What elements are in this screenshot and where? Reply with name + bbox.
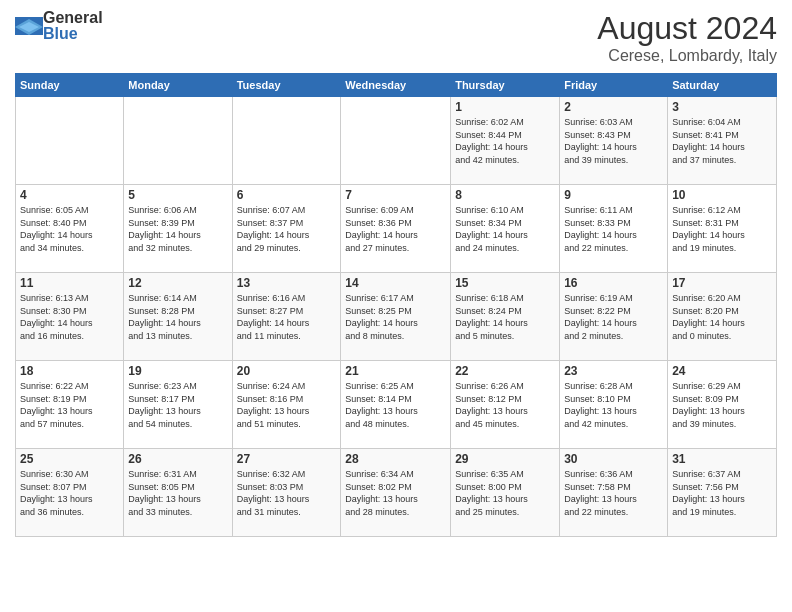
day-info: Sunrise: 6:16 AM Sunset: 8:27 PM Dayligh… xyxy=(237,292,337,342)
calendar-cell: 11Sunrise: 6:13 AM Sunset: 8:30 PM Dayli… xyxy=(16,273,124,361)
day-number: 22 xyxy=(455,364,555,378)
calendar-cell xyxy=(341,97,451,185)
day-number: 18 xyxy=(20,364,119,378)
day-number: 20 xyxy=(237,364,337,378)
calendar-cell: 18Sunrise: 6:22 AM Sunset: 8:19 PM Dayli… xyxy=(16,361,124,449)
day-info: Sunrise: 6:11 AM Sunset: 8:33 PM Dayligh… xyxy=(564,204,663,254)
day-number: 5 xyxy=(128,188,227,202)
day-info: Sunrise: 6:29 AM Sunset: 8:09 PM Dayligh… xyxy=(672,380,772,430)
calendar-cell: 10Sunrise: 6:12 AM Sunset: 8:31 PM Dayli… xyxy=(668,185,777,273)
day-info: Sunrise: 6:07 AM Sunset: 8:37 PM Dayligh… xyxy=(237,204,337,254)
day-number: 17 xyxy=(672,276,772,290)
header-row: Sunday Monday Tuesday Wednesday Thursday… xyxy=(16,74,777,97)
calendar-cell: 8Sunrise: 6:10 AM Sunset: 8:34 PM Daylig… xyxy=(451,185,560,273)
day-number: 21 xyxy=(345,364,446,378)
day-info: Sunrise: 6:10 AM Sunset: 8:34 PM Dayligh… xyxy=(455,204,555,254)
calendar-header: Sunday Monday Tuesday Wednesday Thursday… xyxy=(16,74,777,97)
day-info: Sunrise: 6:28 AM Sunset: 8:10 PM Dayligh… xyxy=(564,380,663,430)
calendar-cell: 28Sunrise: 6:34 AM Sunset: 8:02 PM Dayli… xyxy=(341,449,451,537)
calendar-cell: 26Sunrise: 6:31 AM Sunset: 8:05 PM Dayli… xyxy=(124,449,232,537)
day-number: 4 xyxy=(20,188,119,202)
logo-general-text: General xyxy=(43,10,103,26)
page: General Blue August 2024 Cerese, Lombard… xyxy=(0,0,792,612)
day-number: 10 xyxy=(672,188,772,202)
day-info: Sunrise: 6:26 AM Sunset: 8:12 PM Dayligh… xyxy=(455,380,555,430)
col-sunday: Sunday xyxy=(16,74,124,97)
calendar-cell: 3Sunrise: 6:04 AM Sunset: 8:41 PM Daylig… xyxy=(668,97,777,185)
day-info: Sunrise: 6:23 AM Sunset: 8:17 PM Dayligh… xyxy=(128,380,227,430)
calendar-body: 1Sunrise: 6:02 AM Sunset: 8:44 PM Daylig… xyxy=(16,97,777,537)
day-number: 29 xyxy=(455,452,555,466)
day-number: 26 xyxy=(128,452,227,466)
calendar-cell xyxy=(232,97,341,185)
day-number: 31 xyxy=(672,452,772,466)
calendar-cell: 1Sunrise: 6:02 AM Sunset: 8:44 PM Daylig… xyxy=(451,97,560,185)
day-info: Sunrise: 6:19 AM Sunset: 8:22 PM Dayligh… xyxy=(564,292,663,342)
calendar-cell: 15Sunrise: 6:18 AM Sunset: 8:24 PM Dayli… xyxy=(451,273,560,361)
calendar-cell: 20Sunrise: 6:24 AM Sunset: 8:16 PM Dayli… xyxy=(232,361,341,449)
calendar-cell: 19Sunrise: 6:23 AM Sunset: 8:17 PM Dayli… xyxy=(124,361,232,449)
main-title: August 2024 xyxy=(597,10,777,47)
day-number: 16 xyxy=(564,276,663,290)
day-number: 11 xyxy=(20,276,119,290)
calendar-cell: 25Sunrise: 6:30 AM Sunset: 8:07 PM Dayli… xyxy=(16,449,124,537)
day-info: Sunrise: 6:34 AM Sunset: 8:02 PM Dayligh… xyxy=(345,468,446,518)
day-info: Sunrise: 6:22 AM Sunset: 8:19 PM Dayligh… xyxy=(20,380,119,430)
day-info: Sunrise: 6:06 AM Sunset: 8:39 PM Dayligh… xyxy=(128,204,227,254)
calendar-cell: 6Sunrise: 6:07 AM Sunset: 8:37 PM Daylig… xyxy=(232,185,341,273)
day-number: 7 xyxy=(345,188,446,202)
title-section: August 2024 Cerese, Lombardy, Italy xyxy=(597,10,777,65)
day-info: Sunrise: 6:25 AM Sunset: 8:14 PM Dayligh… xyxy=(345,380,446,430)
calendar-cell: 7Sunrise: 6:09 AM Sunset: 8:36 PM Daylig… xyxy=(341,185,451,273)
day-info: Sunrise: 6:17 AM Sunset: 8:25 PM Dayligh… xyxy=(345,292,446,342)
day-info: Sunrise: 6:31 AM Sunset: 8:05 PM Dayligh… xyxy=(128,468,227,518)
day-info: Sunrise: 6:02 AM Sunset: 8:44 PM Dayligh… xyxy=(455,116,555,166)
col-thursday: Thursday xyxy=(451,74,560,97)
calendar-week-4: 18Sunrise: 6:22 AM Sunset: 8:19 PM Dayli… xyxy=(16,361,777,449)
calendar-cell: 4Sunrise: 6:05 AM Sunset: 8:40 PM Daylig… xyxy=(16,185,124,273)
day-info: Sunrise: 6:36 AM Sunset: 7:58 PM Dayligh… xyxy=(564,468,663,518)
day-info: Sunrise: 6:04 AM Sunset: 8:41 PM Dayligh… xyxy=(672,116,772,166)
day-info: Sunrise: 6:05 AM Sunset: 8:40 PM Dayligh… xyxy=(20,204,119,254)
subtitle: Cerese, Lombardy, Italy xyxy=(597,47,777,65)
calendar-cell: 5Sunrise: 6:06 AM Sunset: 8:39 PM Daylig… xyxy=(124,185,232,273)
calendar-cell: 22Sunrise: 6:26 AM Sunset: 8:12 PM Dayli… xyxy=(451,361,560,449)
calendar-cell: 2Sunrise: 6:03 AM Sunset: 8:43 PM Daylig… xyxy=(560,97,668,185)
calendar-cell: 12Sunrise: 6:14 AM Sunset: 8:28 PM Dayli… xyxy=(124,273,232,361)
logo-icon xyxy=(15,17,43,35)
day-number: 2 xyxy=(564,100,663,114)
day-info: Sunrise: 6:35 AM Sunset: 8:00 PM Dayligh… xyxy=(455,468,555,518)
calendar-week-1: 1Sunrise: 6:02 AM Sunset: 8:44 PM Daylig… xyxy=(16,97,777,185)
calendar-cell: 9Sunrise: 6:11 AM Sunset: 8:33 PM Daylig… xyxy=(560,185,668,273)
calendar-cell xyxy=(16,97,124,185)
day-info: Sunrise: 6:14 AM Sunset: 8:28 PM Dayligh… xyxy=(128,292,227,342)
day-number: 9 xyxy=(564,188,663,202)
col-monday: Monday xyxy=(124,74,232,97)
day-info: Sunrise: 6:12 AM Sunset: 8:31 PM Dayligh… xyxy=(672,204,772,254)
calendar-cell: 17Sunrise: 6:20 AM Sunset: 8:20 PM Dayli… xyxy=(668,273,777,361)
header: General Blue August 2024 Cerese, Lombard… xyxy=(15,10,777,65)
day-number: 6 xyxy=(237,188,337,202)
day-number: 12 xyxy=(128,276,227,290)
calendar-cell: 16Sunrise: 6:19 AM Sunset: 8:22 PM Dayli… xyxy=(560,273,668,361)
calendar-cell: 24Sunrise: 6:29 AM Sunset: 8:09 PM Dayli… xyxy=(668,361,777,449)
day-info: Sunrise: 6:18 AM Sunset: 8:24 PM Dayligh… xyxy=(455,292,555,342)
calendar-week-3: 11Sunrise: 6:13 AM Sunset: 8:30 PM Dayli… xyxy=(16,273,777,361)
day-number: 27 xyxy=(237,452,337,466)
col-saturday: Saturday xyxy=(668,74,777,97)
day-number: 24 xyxy=(672,364,772,378)
calendar-cell: 31Sunrise: 6:37 AM Sunset: 7:56 PM Dayli… xyxy=(668,449,777,537)
day-number: 8 xyxy=(455,188,555,202)
calendar-cell: 30Sunrise: 6:36 AM Sunset: 7:58 PM Dayli… xyxy=(560,449,668,537)
logo: General Blue xyxy=(15,10,103,42)
day-number: 1 xyxy=(455,100,555,114)
calendar-cell: 14Sunrise: 6:17 AM Sunset: 8:25 PM Dayli… xyxy=(341,273,451,361)
calendar-week-5: 25Sunrise: 6:30 AM Sunset: 8:07 PM Dayli… xyxy=(16,449,777,537)
col-friday: Friday xyxy=(560,74,668,97)
day-info: Sunrise: 6:09 AM Sunset: 8:36 PM Dayligh… xyxy=(345,204,446,254)
day-info: Sunrise: 6:24 AM Sunset: 8:16 PM Dayligh… xyxy=(237,380,337,430)
calendar-cell: 27Sunrise: 6:32 AM Sunset: 8:03 PM Dayli… xyxy=(232,449,341,537)
calendar-cell: 23Sunrise: 6:28 AM Sunset: 8:10 PM Dayli… xyxy=(560,361,668,449)
day-number: 14 xyxy=(345,276,446,290)
day-number: 13 xyxy=(237,276,337,290)
